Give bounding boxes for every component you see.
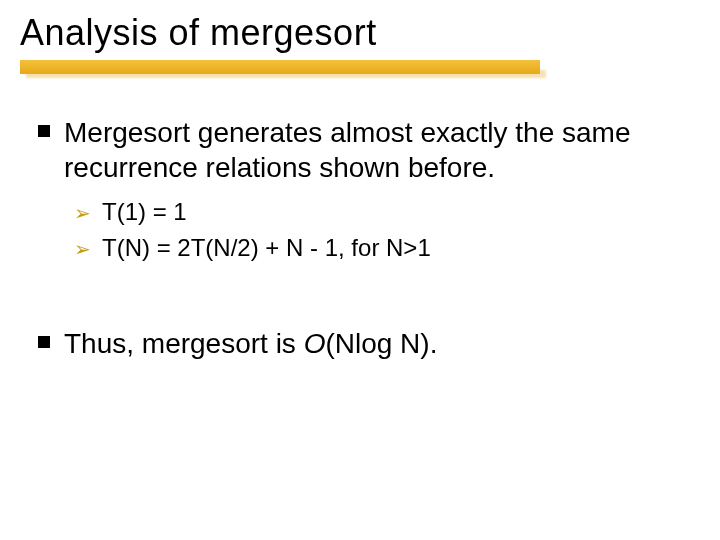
bullet-1: Mergesort generates almost exactly the s… [34,115,674,185]
chevron-right-icon: ➢ [74,199,91,227]
sub-bullet-2-text: T(N) = 2T(N/2) + N - 1, for N>1 [102,234,431,261]
sub-bullet-2: ➢ T(N) = 2T(N/2) + N - 1, for N>1 [74,231,674,265]
title-underline [20,60,540,78]
sub-bullet-1-text: T(1) = 1 [102,198,187,225]
sub-bullet-1: ➢ T(1) = 1 [74,195,674,229]
spacer [34,266,674,326]
slide: Analysis of mergesort Mergesort generate… [0,0,720,540]
bullet-1-text: Mergesort generates almost exactly the s… [64,117,630,183]
bullet-2-prefix: Thus, mergesort is [64,328,304,359]
title-block: Analysis of mergesort [20,12,700,78]
slide-title: Analysis of mergesort [20,12,700,54]
square-bullet-icon [38,125,50,137]
chevron-right-icon: ➢ [74,235,91,263]
bullet-2: Thus, mergesort is O(Nlog N). [34,326,674,361]
bullet-2-suffix: (Nlog N). [325,328,437,359]
slide-body: Mergesort generates almost exactly the s… [34,115,674,371]
square-bullet-icon [38,336,50,348]
bullet-2-italic: O [304,328,326,359]
